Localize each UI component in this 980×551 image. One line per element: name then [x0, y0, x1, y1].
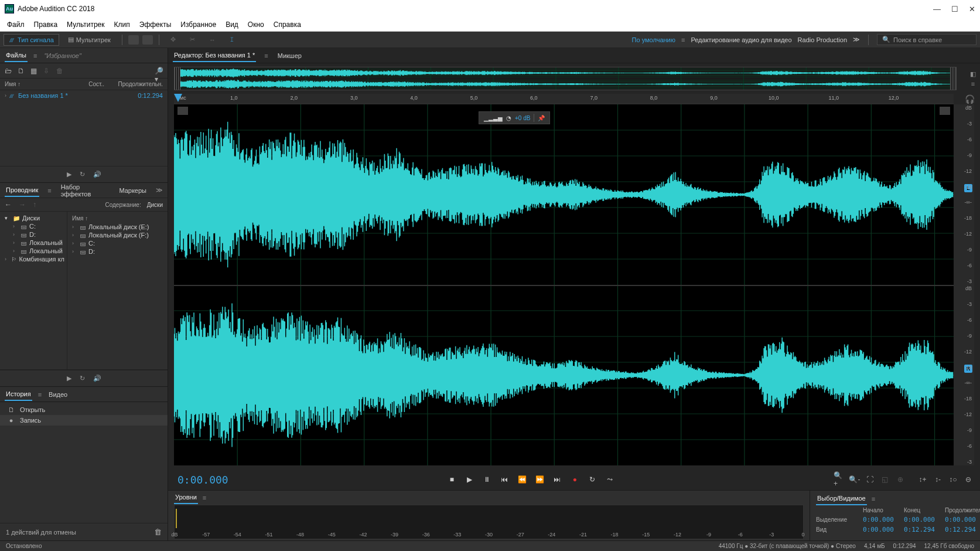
zoom-in-amp-icon[interactable]: ↕+: [917, 474, 928, 485]
menu-edit[interactable]: Правка: [30, 19, 62, 30]
tab-mixer[interactable]: Микшер: [276, 50, 303, 62]
new-file-icon[interactable]: 🗋: [18, 67, 26, 75]
tab-video[interactable]: Видео: [47, 389, 69, 400]
zoom-in-icon[interactable]: 🔍+: [834, 474, 845, 485]
tab-effects-rack[interactable]: Набор эффектов: [60, 181, 110, 200]
insert-icon[interactable]: ⇩: [43, 67, 52, 75]
preview-play-icon[interactable]: ▶: [67, 171, 71, 178]
help-search-input[interactable]: 🔍 Поиск в справке: [877, 34, 976, 45]
menu-effects[interactable]: Эффекты: [136, 19, 175, 30]
zoom-out-amp-icon[interactable]: ↕-: [932, 474, 944, 485]
channel-fx-icon[interactable]: [940, 107, 950, 115]
tab-markers[interactable]: Маркеры: [118, 185, 148, 196]
file-row[interactable]: › ⫻ Без названия 1 * 0:12.294: [0, 90, 168, 101]
waveform-view-button[interactable]: ⫻ Тип сигнала: [4, 34, 59, 46]
razor-tool-icon[interactable]: ✂: [185, 33, 200, 46]
sel-dur[interactable]: 0:00.000: [945, 516, 980, 523]
ffwd-button[interactable]: ⏩: [533, 473, 546, 486]
minimize-button[interactable]: —: [933, 5, 941, 13]
list-item[interactable]: ›🖴D:: [67, 247, 168, 256]
menu-icon[interactable]: ≡: [264, 52, 268, 59]
overview-handle-left[interactable]: [175, 67, 180, 90]
tab-levels[interactable]: Уровни: [174, 491, 198, 504]
tab-files[interactable]: Файлы: [5, 49, 28, 62]
menu-multitrack[interactable]: Мультитрек: [63, 19, 108, 30]
slip-tool-icon[interactable]: ↔: [204, 34, 221, 46]
record-button[interactable]: ●: [568, 473, 581, 486]
view-dur[interactable]: 0:12.294: [945, 526, 980, 533]
timecode-display[interactable]: 0:00.000: [174, 474, 228, 486]
pin-icon[interactable]: 📌: [538, 115, 545, 121]
loop-icon[interactable]: ↻: [80, 171, 85, 178]
nav-back-icon[interactable]: ←: [5, 200, 13, 209]
menu-favorites[interactable]: Избранное: [177, 19, 220, 30]
view-end[interactable]: 0:12.294: [904, 526, 939, 533]
zoom-in-point-icon[interactable]: ⊕: [894, 474, 906, 485]
move-tool-icon[interactable]: ✥: [165, 33, 181, 46]
files-col-duration[interactable]: Продолжительн.: [104, 81, 163, 87]
filter-icon[interactable]: 🔎▾: [155, 67, 163, 75]
zoom-out-icon[interactable]: 🔍-: [849, 474, 861, 485]
workspace-audio-video[interactable]: Редактирование аудио для видео: [691, 36, 791, 43]
menu-view[interactable]: Вид: [222, 19, 242, 30]
menu-icon[interactable]: ≡: [203, 494, 206, 501]
zoom-sel-icon[interactable]: ◱: [879, 474, 891, 485]
stop-button[interactable]: ■: [445, 473, 458, 486]
files-col-state[interactable]: Сост..: [69, 81, 104, 87]
view-start[interactable]: 0:00.000: [863, 526, 898, 533]
loop-playback-button[interactable]: ↻: [586, 473, 599, 486]
panel-menu-icon[interactable]: ≡: [971, 80, 975, 87]
tree-item[interactable]: ▾📁Диски: [0, 214, 67, 222]
go-end-button[interactable]: ⏭: [551, 473, 564, 486]
nav-fwd-icon[interactable]: →: [19, 200, 27, 209]
files-col-name[interactable]: Имя ↑: [5, 81, 69, 87]
tree-item[interactable]: ›🏳Комбинация кл: [0, 255, 67, 263]
zoom-full-icon[interactable]: ⛶: [864, 474, 876, 485]
menu-icon[interactable]: ≡: [33, 52, 37, 59]
close-file-icon[interactable]: 🗑: [56, 67, 64, 75]
workspace-radio[interactable]: Radio Production: [798, 36, 847, 43]
menu-icon[interactable]: ≡: [38, 391, 42, 398]
zoom-reset-amp-icon[interactable]: ↕○: [947, 474, 959, 485]
tab-editor[interactable]: Редактор: Без названия 1 *: [173, 49, 256, 62]
more-tabs-icon[interactable]: ≫: [156, 186, 163, 194]
list-item[interactable]: ›🖴C:: [67, 239, 168, 247]
tab-selection-view[interactable]: Выбор/Видимое: [816, 492, 867, 505]
menu-icon[interactable]: ≡: [872, 495, 875, 502]
menu-clip[interactable]: Клип: [111, 19, 134, 30]
menu-window[interactable]: Окно: [244, 19, 268, 30]
autoplay-icon[interactable]: 🔊: [93, 171, 101, 178]
autoplay-icon[interactable]: 🔊: [93, 375, 101, 382]
spectral-freq-icon[interactable]: [128, 35, 139, 45]
spectral-toggle-icon[interactable]: ◧: [970, 70, 976, 78]
content-value[interactable]: Диски: [147, 202, 163, 208]
new-multitrack-icon[interactable]: ▦: [30, 67, 39, 75]
overview-handle-right[interactable]: [950, 67, 956, 90]
maximize-button[interactable]: ☐: [951, 5, 958, 13]
pause-button[interactable]: ⏸: [480, 473, 493, 486]
go-start-button[interactable]: ⏮: [498, 473, 511, 486]
timeline-ruler[interactable]: мс 1,02,03,04,05,06,07,08,09,010,011,012…: [174, 94, 954, 104]
tab-history[interactable]: История: [5, 388, 32, 401]
hud-panel[interactable]: ▁▂▃▅ ◔ +0 dB 📌: [479, 111, 550, 124]
levels-meter[interactable]: dB-57-54-51-48-45-42-39-36-33-30-27-24-2…: [174, 505, 804, 539]
open-file-icon[interactable]: 🗁: [5, 67, 13, 75]
play-button[interactable]: ▶: [463, 473, 476, 486]
tree-item[interactable]: ›🖴C:: [0, 222, 67, 230]
zoom-out-full-amp-icon[interactable]: ⊖: [962, 474, 974, 485]
time-select-tool-icon[interactable]: 𝙸: [224, 33, 240, 46]
tree-item[interactable]: ›🖴D:: [0, 230, 67, 239]
nav-up-icon[interactable]: ↑: [33, 200, 41, 209]
waveform-display[interactable]: ▁▂▃▅ ◔ +0 dB 📌: [174, 104, 954, 465]
menu-icon[interactable]: ≡: [47, 187, 51, 194]
history-item[interactable]: 🗋Открыть: [0, 404, 168, 415]
multitrack-view-button[interactable]: ▤ Мультитрек: [63, 33, 116, 46]
workspace-default[interactable]: По умолчанию: [632, 36, 675, 43]
channel-fx-icon[interactable]: [177, 107, 188, 115]
history-item[interactable]: ●Запись: [0, 415, 168, 426]
tree-item[interactable]: ›🖴Локальный: [0, 239, 67, 247]
tab-favorites[interactable]: "Избранное": [43, 50, 82, 62]
loop-icon[interactable]: ↻: [80, 375, 85, 382]
sel-start[interactable]: 0:00.000: [863, 516, 898, 523]
close-button[interactable]: ✕: [969, 5, 975, 13]
